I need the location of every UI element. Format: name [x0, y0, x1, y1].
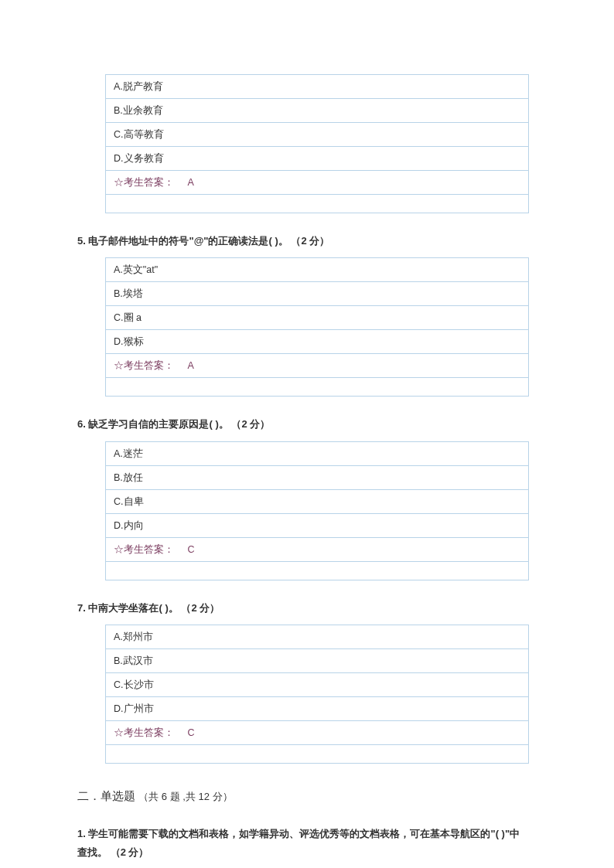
q4-options-wrap: A.脱产教育 B.业余教育 C.高等教育 D.义务教育 ☆考生答案： A — [77, 74, 501, 213]
q5-options-wrap: A.英文"at" B.埃塔 C.圈 a D.猴标 ☆考生答案： A — [77, 257, 501, 397]
table-row: C.高等教育 — [106, 123, 529, 147]
answer-row: ☆考生答案： C — [106, 721, 529, 745]
q7-text: 7. 中南大学坐落在( )。 （2 分） — [77, 599, 529, 617]
option-c: C.高等教育 — [106, 123, 529, 147]
table-row: D.义务教育 — [106, 147, 529, 171]
question-number: 5. — [77, 235, 86, 247]
answer-row: ☆考生答案： A — [106, 171, 529, 195]
q6-options-table: A.迷茫 B.放任 C.自卑 D.内向 ☆考生答案： C — [105, 441, 529, 580]
q7-options-wrap: A.郑州市 B.武汉市 C.长沙市 D.广州市 ☆考生答案： C — [77, 625, 501, 764]
option-a: A.郑州市 — [106, 625, 529, 649]
question-number: 6. — [77, 418, 86, 430]
option-d: D.广州市 — [106, 697, 529, 721]
blank-row — [106, 195, 529, 213]
answer-value: C — [187, 544, 194, 555]
question-body: 中南大学坐落在( )。 — [88, 602, 178, 614]
option-a: A.脱产教育 — [106, 75, 529, 99]
question-number: 7. — [77, 602, 86, 614]
section-subtitle: （共 6 题 ,共 12 分） — [138, 791, 232, 802]
answer-value: C — [187, 727, 194, 738]
option-c: C.自卑 — [106, 489, 529, 513]
question-points: （2 分） — [231, 418, 270, 430]
answer-value: A — [187, 177, 193, 188]
q7-options-table: A.郑州市 B.武汉市 C.长沙市 D.广州市 ☆考生答案： C — [105, 625, 529, 764]
section-title: 二．单选题 — [77, 789, 135, 802]
table-row: C.自卑 — [106, 489, 529, 513]
option-a: A.迷茫 — [106, 441, 529, 465]
table-row: B.放任 — [106, 465, 529, 489]
option-b: B.放任 — [106, 465, 529, 489]
section2-header: 二．单选题 （共 6 题 ,共 12 分） — [77, 785, 529, 806]
table-row: D.广州市 — [106, 697, 529, 721]
question-body: 电子邮件地址中的符号"@"的正确读法是( )。 — [88, 235, 288, 247]
table-row: C.长沙市 — [106, 673, 529, 697]
question-points: （2 分） — [111, 846, 149, 858]
table-row: D.内向 — [106, 513, 529, 537]
table-row: B.业余教育 — [106, 99, 529, 123]
table-row: A.英文"at" — [106, 258, 529, 282]
answer-row: ☆考生答案： A — [106, 354, 529, 378]
question-number: 1. — [77, 828, 86, 839]
blank-row — [106, 745, 529, 764]
table-row: A.脱产教育 — [106, 75, 529, 99]
blank-row — [106, 561, 529, 580]
table-row: A.迷茫 — [106, 441, 529, 465]
q6-text: 6. 缺乏学习自信的主要原因是( )。 （2 分） — [77, 415, 529, 433]
option-b: B.埃塔 — [106, 282, 529, 306]
q5-options-table: A.英文"at" B.埃塔 C.圈 a D.猴标 ☆考生答案： A — [105, 257, 529, 397]
option-c: C.圈 a — [106, 306, 529, 330]
table-row: A.郑州市 — [106, 625, 529, 649]
question-points: （2 分） — [181, 602, 220, 614]
option-d: D.猴标 — [106, 330, 529, 354]
q6-options-wrap: A.迷茫 B.放任 C.自卑 D.内向 ☆考生答案： C — [77, 441, 501, 580]
question-points: （2 分） — [291, 235, 329, 247]
table-row: B.武汉市 — [106, 649, 529, 673]
answer-row: ☆考生答案： C — [106, 537, 529, 561]
option-b: B.业余教育 — [106, 99, 529, 123]
s2q1-text: 1. 学生可能需要下载的文档和表格，如学籍异动、评选优秀等的文档表格，可在基本导… — [77, 825, 529, 861]
answer-label: ☆考生答案： — [114, 544, 174, 555]
table-row: D.猴标 — [106, 330, 529, 354]
option-b: B.武汉市 — [106, 649, 529, 673]
option-c: C.长沙市 — [106, 673, 529, 697]
option-d: D.义务教育 — [106, 147, 529, 171]
q4-options-table: A.脱产教育 B.业余教育 C.高等教育 D.义务教育 ☆考生答案： A — [105, 74, 529, 213]
table-row: C.圈 a — [106, 306, 529, 330]
q5-text: 5. 电子邮件地址中的符号"@"的正确读法是( )。 （2 分） — [77, 232, 529, 250]
blank-row — [106, 378, 529, 397]
answer-label: ☆考生答案： — [114, 727, 174, 738]
answer-label: ☆考生答案： — [114, 177, 174, 188]
answer-label: ☆考生答案： — [114, 360, 174, 371]
table-row: B.埃塔 — [106, 282, 529, 306]
option-a: A.英文"at" — [106, 258, 529, 282]
answer-value: A — [187, 360, 193, 371]
option-d: D.内向 — [106, 513, 529, 537]
question-body: 缺乏学习自信的主要原因是( )。 — [88, 418, 228, 430]
